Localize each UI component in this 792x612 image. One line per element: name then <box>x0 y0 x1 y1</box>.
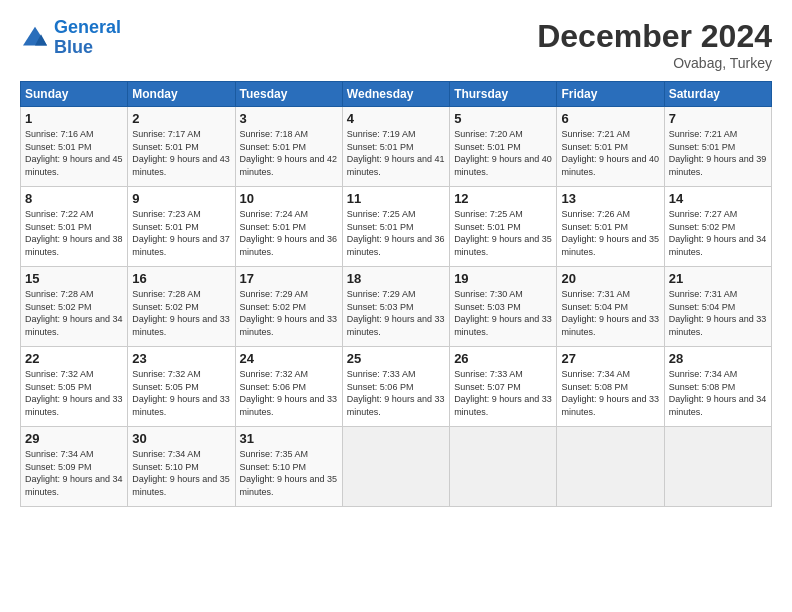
day-number: 9 <box>132 191 230 206</box>
day-info: Sunrise: 7:32 AMSunset: 5:06 PMDaylight:… <box>240 368 338 418</box>
day-number: 6 <box>561 111 659 126</box>
day-number: 27 <box>561 351 659 366</box>
day-info: Sunrise: 7:34 AMSunset: 5:09 PMDaylight:… <box>25 448 123 498</box>
day-info: Sunrise: 7:21 AMSunset: 5:01 PMDaylight:… <box>669 128 767 178</box>
day-info: Sunrise: 7:29 AMSunset: 5:03 PMDaylight:… <box>347 288 445 338</box>
day-cell <box>557 427 664 507</box>
col-header-wednesday: Wednesday <box>342 82 449 107</box>
day-number: 12 <box>454 191 552 206</box>
day-info: Sunrise: 7:35 AMSunset: 5:10 PMDaylight:… <box>240 448 338 498</box>
day-cell: 27Sunrise: 7:34 AMSunset: 5:08 PMDayligh… <box>557 347 664 427</box>
day-number: 30 <box>132 431 230 446</box>
day-info: Sunrise: 7:20 AMSunset: 5:01 PMDaylight:… <box>454 128 552 178</box>
week-row-5: 29Sunrise: 7:34 AMSunset: 5:09 PMDayligh… <box>21 427 772 507</box>
day-info: Sunrise: 7:16 AMSunset: 5:01 PMDaylight:… <box>25 128 123 178</box>
day-info: Sunrise: 7:18 AMSunset: 5:01 PMDaylight:… <box>240 128 338 178</box>
day-cell: 10Sunrise: 7:24 AMSunset: 5:01 PMDayligh… <box>235 187 342 267</box>
day-cell: 1Sunrise: 7:16 AMSunset: 5:01 PMDaylight… <box>21 107 128 187</box>
col-header-friday: Friday <box>557 82 664 107</box>
day-cell <box>342 427 449 507</box>
day-number: 13 <box>561 191 659 206</box>
day-info: Sunrise: 7:25 AMSunset: 5:01 PMDaylight:… <box>347 208 445 258</box>
day-info: Sunrise: 7:17 AMSunset: 5:01 PMDaylight:… <box>132 128 230 178</box>
day-info: Sunrise: 7:24 AMSunset: 5:01 PMDaylight:… <box>240 208 338 258</box>
day-cell: 18Sunrise: 7:29 AMSunset: 5:03 PMDayligh… <box>342 267 449 347</box>
day-number: 23 <box>132 351 230 366</box>
day-cell <box>664 427 771 507</box>
day-info: Sunrise: 7:33 AMSunset: 5:07 PMDaylight:… <box>454 368 552 418</box>
day-info: Sunrise: 7:26 AMSunset: 5:01 PMDaylight:… <box>561 208 659 258</box>
logo-text: General Blue <box>54 18 121 58</box>
day-info: Sunrise: 7:34 AMSunset: 5:08 PMDaylight:… <box>669 368 767 418</box>
day-number: 10 <box>240 191 338 206</box>
day-cell: 7Sunrise: 7:21 AMSunset: 5:01 PMDaylight… <box>664 107 771 187</box>
day-cell: 9Sunrise: 7:23 AMSunset: 5:01 PMDaylight… <box>128 187 235 267</box>
day-cell: 2Sunrise: 7:17 AMSunset: 5:01 PMDaylight… <box>128 107 235 187</box>
day-info: Sunrise: 7:23 AMSunset: 5:01 PMDaylight:… <box>132 208 230 258</box>
day-cell <box>450 427 557 507</box>
day-number: 19 <box>454 271 552 286</box>
logo-icon <box>20 23 50 53</box>
week-row-1: 1Sunrise: 7:16 AMSunset: 5:01 PMDaylight… <box>21 107 772 187</box>
day-number: 28 <box>669 351 767 366</box>
week-row-4: 22Sunrise: 7:32 AMSunset: 5:05 PMDayligh… <box>21 347 772 427</box>
day-cell: 11Sunrise: 7:25 AMSunset: 5:01 PMDayligh… <box>342 187 449 267</box>
day-number: 11 <box>347 191 445 206</box>
header-row: SundayMondayTuesdayWednesdayThursdayFrid… <box>21 82 772 107</box>
week-row-2: 8Sunrise: 7:22 AMSunset: 5:01 PMDaylight… <box>21 187 772 267</box>
day-info: Sunrise: 7:34 AMSunset: 5:08 PMDaylight:… <box>561 368 659 418</box>
day-cell: 15Sunrise: 7:28 AMSunset: 5:02 PMDayligh… <box>21 267 128 347</box>
day-info: Sunrise: 7:31 AMSunset: 5:04 PMDaylight:… <box>561 288 659 338</box>
logo-line1: General <box>54 17 121 37</box>
day-number: 5 <box>454 111 552 126</box>
day-number: 4 <box>347 111 445 126</box>
day-number: 17 <box>240 271 338 286</box>
day-number: 2 <box>132 111 230 126</box>
day-number: 16 <box>132 271 230 286</box>
day-number: 24 <box>240 351 338 366</box>
day-cell: 28Sunrise: 7:34 AMSunset: 5:08 PMDayligh… <box>664 347 771 427</box>
day-info: Sunrise: 7:30 AMSunset: 5:03 PMDaylight:… <box>454 288 552 338</box>
day-info: Sunrise: 7:22 AMSunset: 5:01 PMDaylight:… <box>25 208 123 258</box>
day-number: 22 <box>25 351 123 366</box>
day-info: Sunrise: 7:27 AMSunset: 5:02 PMDaylight:… <box>669 208 767 258</box>
col-header-saturday: Saturday <box>664 82 771 107</box>
day-info: Sunrise: 7:21 AMSunset: 5:01 PMDaylight:… <box>561 128 659 178</box>
day-cell: 4Sunrise: 7:19 AMSunset: 5:01 PMDaylight… <box>342 107 449 187</box>
day-cell: 3Sunrise: 7:18 AMSunset: 5:01 PMDaylight… <box>235 107 342 187</box>
day-cell: 24Sunrise: 7:32 AMSunset: 5:06 PMDayligh… <box>235 347 342 427</box>
logo: General Blue <box>20 18 121 58</box>
day-cell: 14Sunrise: 7:27 AMSunset: 5:02 PMDayligh… <box>664 187 771 267</box>
day-info: Sunrise: 7:25 AMSunset: 5:01 PMDaylight:… <box>454 208 552 258</box>
day-number: 29 <box>25 431 123 446</box>
day-number: 26 <box>454 351 552 366</box>
day-cell: 5Sunrise: 7:20 AMSunset: 5:01 PMDaylight… <box>450 107 557 187</box>
day-number: 8 <box>25 191 123 206</box>
day-cell: 25Sunrise: 7:33 AMSunset: 5:06 PMDayligh… <box>342 347 449 427</box>
day-number: 15 <box>25 271 123 286</box>
col-header-sunday: Sunday <box>21 82 128 107</box>
day-cell: 19Sunrise: 7:30 AMSunset: 5:03 PMDayligh… <box>450 267 557 347</box>
day-cell: 20Sunrise: 7:31 AMSunset: 5:04 PMDayligh… <box>557 267 664 347</box>
col-header-monday: Monday <box>128 82 235 107</box>
day-info: Sunrise: 7:29 AMSunset: 5:02 PMDaylight:… <box>240 288 338 338</box>
day-info: Sunrise: 7:32 AMSunset: 5:05 PMDaylight:… <box>25 368 123 418</box>
day-cell: 29Sunrise: 7:34 AMSunset: 5:09 PMDayligh… <box>21 427 128 507</box>
day-number: 21 <box>669 271 767 286</box>
col-header-tuesday: Tuesday <box>235 82 342 107</box>
day-number: 20 <box>561 271 659 286</box>
header: General Blue December 2024 Ovabag, Turke… <box>20 18 772 71</box>
location: Ovabag, Turkey <box>537 55 772 71</box>
day-cell: 16Sunrise: 7:28 AMSunset: 5:02 PMDayligh… <box>128 267 235 347</box>
day-number: 14 <box>669 191 767 206</box>
month-title: December 2024 <box>537 18 772 55</box>
day-cell: 31Sunrise: 7:35 AMSunset: 5:10 PMDayligh… <box>235 427 342 507</box>
day-cell: 23Sunrise: 7:32 AMSunset: 5:05 PMDayligh… <box>128 347 235 427</box>
week-row-3: 15Sunrise: 7:28 AMSunset: 5:02 PMDayligh… <box>21 267 772 347</box>
title-block: December 2024 Ovabag, Turkey <box>537 18 772 71</box>
col-header-thursday: Thursday <box>450 82 557 107</box>
day-cell: 8Sunrise: 7:22 AMSunset: 5:01 PMDaylight… <box>21 187 128 267</box>
day-cell: 6Sunrise: 7:21 AMSunset: 5:01 PMDaylight… <box>557 107 664 187</box>
calendar-table: SundayMondayTuesdayWednesdayThursdayFrid… <box>20 81 772 507</box>
day-info: Sunrise: 7:28 AMSunset: 5:02 PMDaylight:… <box>25 288 123 338</box>
